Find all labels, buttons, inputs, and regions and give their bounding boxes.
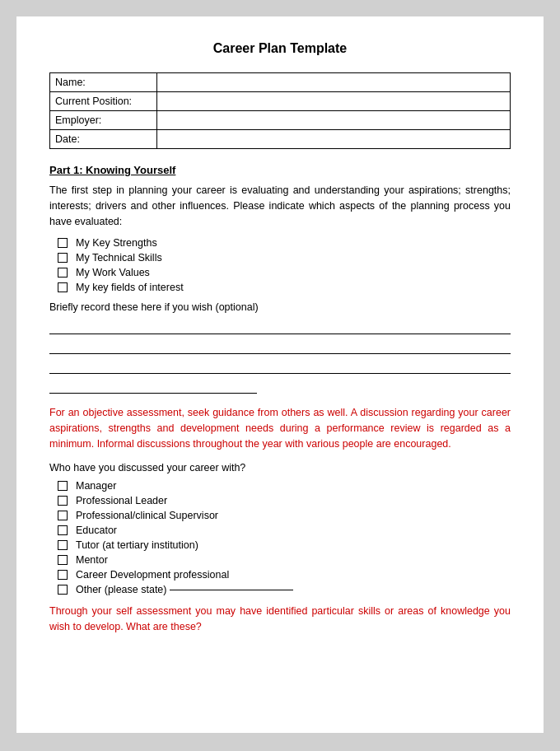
info-label: Name:: [50, 73, 157, 92]
list-item-label: Educator: [76, 525, 117, 536]
list-item-label: My Technical Skills: [76, 252, 162, 264]
info-value[interactable]: [157, 111, 511, 130]
checkbox-icon[interactable]: [58, 585, 68, 595]
write-line-3[interactable]: [49, 357, 511, 374]
list-item-label: My key fields of interest: [76, 282, 184, 293]
info-value[interactable]: [157, 130, 511, 149]
page-container: Career Plan Template Name:Current Positi…: [16, 16, 544, 733]
list-item[interactable]: Career Development professional: [58, 569, 511, 581]
info-value[interactable]: [157, 92, 511, 111]
list-item[interactable]: Tutor (at tertiary institution): [58, 539, 511, 551]
discussed-question: Who have you discussed your career with?: [49, 460, 511, 476]
list-item[interactable]: Mentor: [58, 554, 511, 566]
list-item-label: Tutor (at tertiary institution): [76, 539, 198, 551]
list-item[interactable]: Manager: [58, 480, 511, 492]
checkbox-icon[interactable]: [58, 268, 68, 278]
checkbox-icon[interactable]: [58, 253, 68, 263]
list-item[interactable]: Professional Leader: [58, 495, 511, 506]
info-value[interactable]: [157, 73, 511, 92]
checkbox-icon[interactable]: [58, 570, 68, 580]
info-row: Current Position:: [50, 92, 511, 111]
checkbox-icon[interactable]: [58, 496, 68, 506]
info-row: Date:: [50, 130, 511, 149]
list-item[interactable]: Professional/clinical Supervisor: [58, 510, 511, 521]
part1-checklist: My Key StrengthsMy Technical SkillsMy Wo…: [58, 237, 511, 293]
part1-intro: The first step in planning your career i…: [49, 183, 511, 229]
other-line[interactable]: [170, 590, 293, 590]
write-line-1[interactable]: [49, 318, 511, 334]
list-item[interactable]: My Work Values: [58, 267, 511, 278]
checkbox-icon[interactable]: [58, 238, 68, 248]
discussed-checklist: ManagerProfessional LeaderProfessional/c…: [58, 480, 511, 595]
info-label: Employer:: [50, 111, 157, 130]
list-item[interactable]: My key fields of interest: [58, 282, 511, 293]
info-label: Current Position:: [50, 92, 157, 111]
red-text: For an objective assessment, seek guidan…: [49, 405, 511, 451]
list-item[interactable]: My Key Strengths: [58, 237, 511, 249]
optional-text: Briefly record these here if you wish (o…: [49, 301, 511, 313]
list-item-label: My Work Values: [76, 267, 150, 278]
info-row: Employer:: [50, 111, 511, 130]
write-line-4[interactable]: [49, 377, 257, 394]
checkbox-icon[interactable]: [58, 540, 68, 550]
list-item-label: Mentor: [76, 554, 108, 566]
write-line-2[interactable]: [49, 338, 511, 354]
list-item[interactable]: Educator: [58, 525, 511, 536]
list-item-label: Manager: [76, 480, 116, 492]
part1-heading: Part 1: Knowing Yourself: [49, 164, 511, 176]
checkbox-icon[interactable]: [58, 555, 68, 565]
checkbox-icon[interactable]: [58, 282, 68, 292]
closing-text: Through your self assessment you may hav…: [49, 604, 511, 635]
list-item-label: Career Development professional: [76, 569, 229, 581]
checkbox-icon[interactable]: [58, 511, 68, 520]
list-item[interactable]: My Technical Skills: [58, 252, 511, 264]
info-label: Date:: [50, 130, 157, 149]
checkbox-icon[interactable]: [58, 481, 68, 491]
info-row: Name:: [50, 73, 511, 92]
list-item-label: Professional/clinical Supervisor: [76, 510, 218, 521]
list-item-label: My Key Strengths: [76, 237, 157, 249]
write-lines: [49, 318, 511, 394]
checkbox-icon[interactable]: [58, 525, 68, 535]
list-item-label: Other (please state): [76, 584, 166, 595]
list-item-label: Professional Leader: [76, 495, 167, 506]
info-table: Name:Current Position:Employer:Date:: [49, 72, 511, 149]
list-item[interactable]: Other (please state): [58, 584, 511, 595]
page-title: Career Plan Template: [49, 41, 511, 56]
